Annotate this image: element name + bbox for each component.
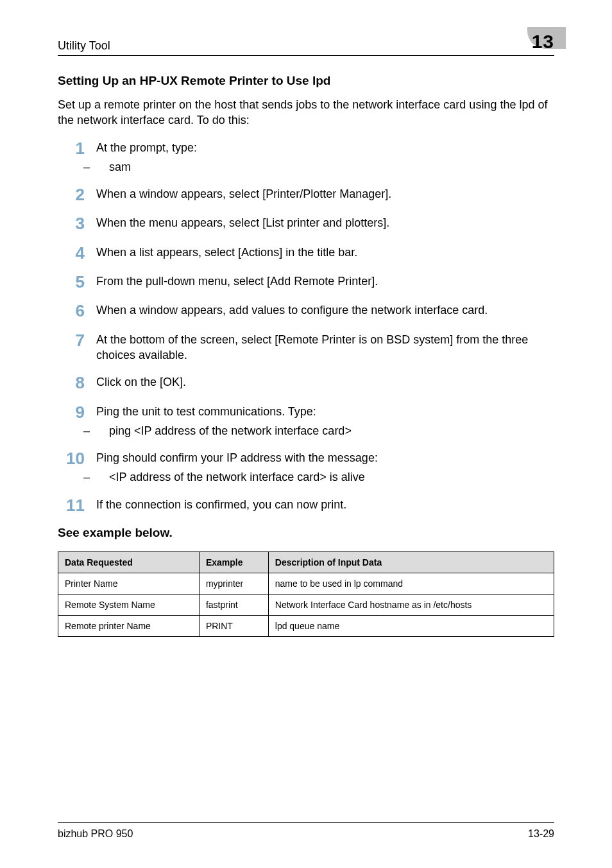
- step-text: When a window appears, select [Printer/P…: [96, 186, 554, 202]
- step-text: Ping should confirm your IP address with…: [96, 450, 554, 465]
- step-item: 9Ping the unit to test communications. T…: [58, 404, 554, 439]
- table-row: Remote printer NamePRINTlpd queue name: [58, 616, 554, 637]
- table-row: Remote System NamefastprintNetwork Inter…: [58, 595, 554, 616]
- step-body: Ping should confirm your IP address with…: [96, 450, 554, 485]
- step-item: 3When the menu appears, select [List pri…: [58, 215, 554, 232]
- step-number: 9: [58, 404, 85, 439]
- table-cell: fastprint: [199, 595, 268, 616]
- chapter-badge: 13: [532, 31, 554, 53]
- step-body: At the bottom of the screen, select [Rem…: [96, 332, 554, 363]
- chapter-number: 13: [532, 31, 554, 53]
- step-number: 6: [58, 302, 85, 320]
- table-row: Printer Namemyprintername to be used in …: [58, 573, 554, 595]
- table-cell: Remote System Name: [58, 595, 200, 616]
- step-body: At the prompt, type:sam: [96, 140, 554, 175]
- step-body: When a window appears, add values to con…: [96, 302, 554, 320]
- step-number: 7: [58, 332, 85, 363]
- step-item: 2When a window appears, select [Printer/…: [58, 186, 554, 204]
- intro-paragraph: Set up a remote printer on the host that…: [58, 97, 554, 128]
- table-cell: name to be used in lp command: [268, 573, 554, 595]
- step-body: If the connection is confirmed, you can …: [96, 497, 554, 514]
- step-number: 10: [58, 450, 85, 485]
- table-cell: Network Interface Card hostname as in /e…: [268, 595, 554, 616]
- step-number: 5: [58, 273, 85, 291]
- table-header: Data Requested: [58, 552, 200, 573]
- table-header: Description of Input Data: [268, 552, 554, 573]
- step-item: 6When a window appears, add values to co…: [58, 302, 554, 320]
- step-subitem: <IP address of the network interface car…: [96, 469, 554, 485]
- step-subitem: ping <IP address of the network interfac…: [96, 423, 554, 438]
- table-header: Example: [199, 552, 268, 573]
- step-body: Click on the [OK].: [96, 374, 554, 392]
- table-cell: myprinter: [199, 573, 268, 595]
- step-number: 4: [58, 245, 85, 262]
- step-body: When the menu appears, select [List prin…: [96, 215, 554, 232]
- step-item: 1At the prompt, type:sam: [58, 140, 554, 175]
- step-item: 8Click on the [OK].: [58, 374, 554, 392]
- step-text: If the connection is confirmed, you can …: [96, 497, 554, 512]
- step-body: Ping the unit to test communications. Ty…: [96, 404, 554, 439]
- step-text: When a list appears, select [Actions] in…: [96, 245, 554, 260]
- step-text: At the prompt, type:: [96, 140, 554, 155]
- step-text: Click on the [OK].: [96, 374, 554, 390]
- step-subitem: sam: [96, 159, 554, 175]
- step-text: From the pull-down menu, select [Add Rem…: [96, 273, 554, 289]
- see-example-heading: See example below.: [58, 526, 554, 540]
- step-body: From the pull-down menu, select [Add Rem…: [96, 273, 554, 291]
- subheading: Setting Up an HP-UX Remote Printer to Us…: [58, 74, 554, 88]
- step-text: When a window appears, add values to con…: [96, 302, 554, 318]
- section-title: Utility Tool: [58, 39, 110, 53]
- step-item: 7At the bottom of the screen, select [Re…: [58, 332, 554, 363]
- step-number: 1: [58, 140, 85, 175]
- table-cell: Printer Name: [58, 573, 200, 595]
- page-footer: bizhub PRO 950 13-29: [58, 822, 554, 840]
- footer-page-number: 13-29: [528, 828, 554, 840]
- table-cell: PRINT: [199, 616, 268, 637]
- step-number: 3: [58, 215, 85, 232]
- step-body: When a window appears, select [Printer/P…: [96, 186, 554, 204]
- example-table: Data Requested Example Description of In…: [58, 551, 554, 637]
- step-item: 4When a list appears, select [Actions] i…: [58, 245, 554, 262]
- step-text: At the bottom of the screen, select [Rem…: [96, 332, 554, 363]
- page-header: Utility Tool 13: [58, 31, 554, 56]
- step-item: 11If the connection is confirmed, you ca…: [58, 497, 554, 514]
- table-cell: lpd queue name: [268, 616, 554, 637]
- steps-list: 1At the prompt, type:sam2When a window a…: [58, 140, 554, 514]
- table-cell: Remote printer Name: [58, 616, 200, 637]
- footer-product: bizhub PRO 950: [58, 828, 133, 840]
- step-item: 10Ping should confirm your IP address wi…: [58, 450, 554, 485]
- step-number: 11: [58, 497, 85, 514]
- step-text: When the menu appears, select [List prin…: [96, 215, 554, 230]
- step-item: 5From the pull-down menu, select [Add Re…: [58, 273, 554, 291]
- step-number: 2: [58, 186, 85, 204]
- step-number: 8: [58, 374, 85, 392]
- step-body: When a list appears, select [Actions] in…: [96, 245, 554, 262]
- step-text: Ping the unit to test communications. Ty…: [96, 404, 554, 419]
